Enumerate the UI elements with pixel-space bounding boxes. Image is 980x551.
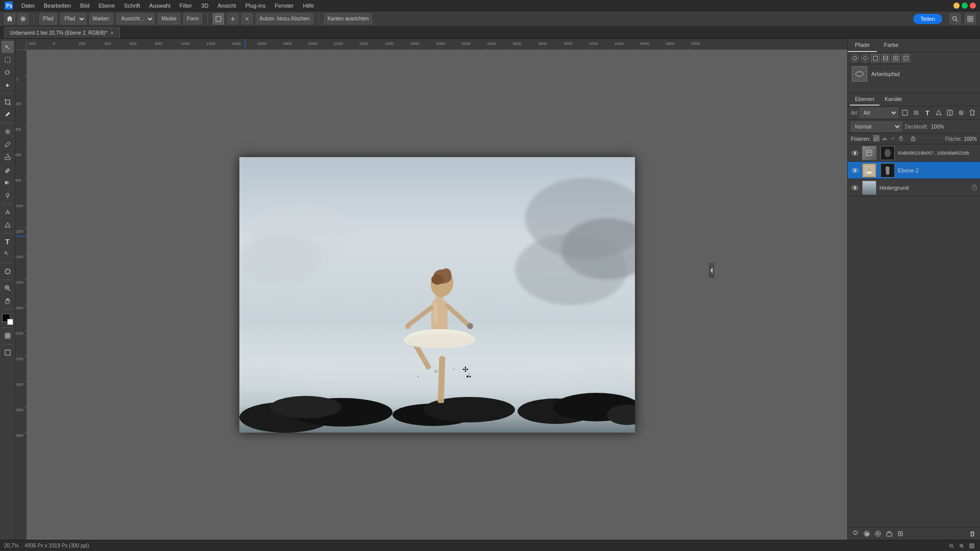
magic-wand-tool[interactable]: ✦ — [2, 79, 14, 91]
rubber-band-button[interactable] — [213, 13, 224, 24]
document-tab[interactable]: Unbenannt-1 bei 20,7% (Ebene 2, RGB/8)* … — [4, 27, 120, 38]
svg-rect-178 — [874, 136, 876, 138]
add-mask-btn[interactable] — [873, 529, 883, 538]
add-anchor-button[interactable] — [227, 13, 238, 24]
layer-visibility-2[interactable] — [851, 184, 859, 192]
text-tool[interactable]: T — [2, 236, 14, 248]
blend-mode-select[interactable]: Normal — [851, 121, 902, 132]
eyedropper-tool[interactable] — [2, 109, 14, 121]
clone-stamp-tool[interactable] — [2, 151, 14, 163]
convert-anchor-button[interactable] — [241, 13, 253, 24]
crop-tool[interactable] — [2, 96, 14, 108]
path-square-btn-1[interactable] — [871, 54, 879, 62]
lock-transparent-btn[interactable] — [873, 135, 879, 142]
layer-visibility-1[interactable] — [851, 166, 859, 174]
menu-bearbeiten[interactable]: Bearbeiten — [40, 2, 75, 10]
create-layer-btn[interactable] — [896, 529, 905, 538]
menu-filter[interactable]: Filter — [176, 2, 196, 10]
share-button[interactable]: Teilen — [913, 14, 942, 24]
svg-rect-198 — [972, 187, 976, 190]
tab-close-button[interactable]: ✕ — [110, 31, 114, 36]
autom-button[interactable]: Autom. hinzu./löschen — [256, 13, 313, 24]
tab-kanaele[interactable]: Kanäle — [879, 93, 907, 106]
eraser-tool[interactable] — [2, 164, 14, 176]
quick-mask-tool[interactable] — [2, 330, 14, 342]
add-effect-btn[interactable]: fx — [862, 529, 871, 538]
layer-icon-2[interactable] — [912, 108, 921, 117]
close-button[interactable] — [970, 3, 976, 9]
layer-icon-6[interactable] — [957, 108, 966, 117]
path-diamond-btn[interactable] — [861, 54, 869, 62]
brush-option-button[interactable] — [17, 13, 29, 24]
fit-screen-btn[interactable] — [968, 542, 976, 550]
menu-schrift[interactable]: Schrift — [120, 2, 144, 10]
layer-icon-3[interactable]: T — [923, 108, 932, 117]
path-add-btn[interactable] — [892, 54, 900, 62]
pfad-select[interactable]: Pfad — [60, 13, 86, 24]
menu-bild[interactable]: Bild — [76, 2, 93, 10]
selection-tool[interactable] — [2, 54, 14, 66]
search-button[interactable] — [949, 13, 961, 24]
zoom-in-btn[interactable] — [958, 542, 966, 550]
path-item-arbeitspfad[interactable]: Arbeitspfad — [848, 64, 980, 84]
lock-position-btn[interactable] — [898, 135, 904, 142]
layer-icon-5[interactable] — [945, 108, 954, 117]
canvas-viewport[interactable]: ✢ — [27, 50, 847, 540]
path-delete-btn[interactable] — [902, 54, 910, 62]
lock-all-btn[interactable] — [910, 135, 916, 142]
layer-visibility-0[interactable] — [851, 149, 859, 157]
menu-3d[interactable]: 3D — [197, 2, 212, 10]
move-tool[interactable]: ↖ — [2, 41, 14, 53]
menu-ansicht[interactable]: Ansicht — [213, 2, 240, 10]
zoom-out-btn[interactable] — [947, 542, 955, 550]
lock-artboard-btn[interactable] — [890, 135, 896, 142]
layer-icon-4[interactable] — [934, 108, 943, 117]
shape-tool[interactable] — [2, 219, 14, 231]
status-bar: 20,7% 4936 Px x 3319 Px (300 ppi) — [0, 540, 980, 551]
pen-tool[interactable] — [2, 206, 14, 218]
layer-item-2[interactable]: Hintergrund — [848, 179, 980, 196]
foreground-color[interactable] — [2, 314, 13, 325]
tab-ebenen[interactable]: Ebenen — [850, 93, 879, 106]
create-group-btn[interactable] — [885, 529, 894, 538]
brush-tool[interactable] — [2, 138, 14, 151]
layer-item-0[interactable]: 93db395218b057...330cfda8922db — [848, 144, 980, 162]
lock-image-btn[interactable] — [881, 135, 888, 142]
gradient-tool[interactable] — [2, 177, 14, 189]
layer-thumbnail-1 — [862, 163, 876, 178]
zoom-tool[interactable] — [2, 282, 14, 294]
dodge-tool[interactable] — [2, 189, 14, 202]
menu-auswahl[interactable]: Auswahl — [145, 2, 175, 10]
path-circle-btn[interactable] — [851, 54, 859, 62]
menu-plugins[interactable]: Plug-ins — [241, 2, 270, 10]
maske-button[interactable]: Maske — [158, 13, 180, 24]
kanten-button[interactable]: Kanten ausrichten — [324, 13, 373, 24]
layer-icon-7[interactable] — [968, 108, 977, 117]
marker-select[interactable]: Ausricht... — [116, 13, 155, 24]
path-square-btn-2[interactable] — [881, 54, 890, 62]
spot-healing-tool[interactable] — [2, 126, 14, 138]
form-button[interactable]: Form — [183, 13, 202, 24]
document-dimensions: 4936 Px x 3319 Px (300 ppi) — [24, 543, 89, 548]
menu-hilfe[interactable]: Hilfe — [299, 2, 318, 10]
menu-fenster[interactable]: Fenster — [271, 2, 298, 10]
layer-icon-1[interactable] — [900, 108, 910, 117]
artboard-tool[interactable] — [2, 265, 14, 278]
link-layers-btn[interactable] — [851, 529, 860, 538]
minimize-button[interactable] — [953, 3, 960, 9]
layer-item-1[interactable]: Ebene 2 — [848, 162, 980, 179]
path-selection-tool[interactable] — [2, 248, 14, 261]
panel-collapse-button[interactable] — [708, 263, 715, 278]
menu-ebene[interactable]: Ebene — [94, 2, 119, 10]
arrange-button[interactable] — [965, 13, 976, 24]
art-filter-select[interactable]: Art — [860, 108, 898, 118]
menu-datei[interactable]: Datei — [17, 2, 39, 10]
tab-farbe[interactable]: Farbe — [877, 39, 906, 52]
hand-tool[interactable] — [2, 295, 14, 307]
screen-mode-tool[interactable] — [2, 346, 14, 359]
home-button[interactable] — [4, 13, 15, 24]
lasso-tool[interactable] — [2, 66, 14, 79]
tab-pfade[interactable]: Pfade — [848, 39, 877, 52]
delete-layer-btn[interactable] — [968, 529, 977, 538]
maximize-button[interactable] — [962, 3, 968, 9]
